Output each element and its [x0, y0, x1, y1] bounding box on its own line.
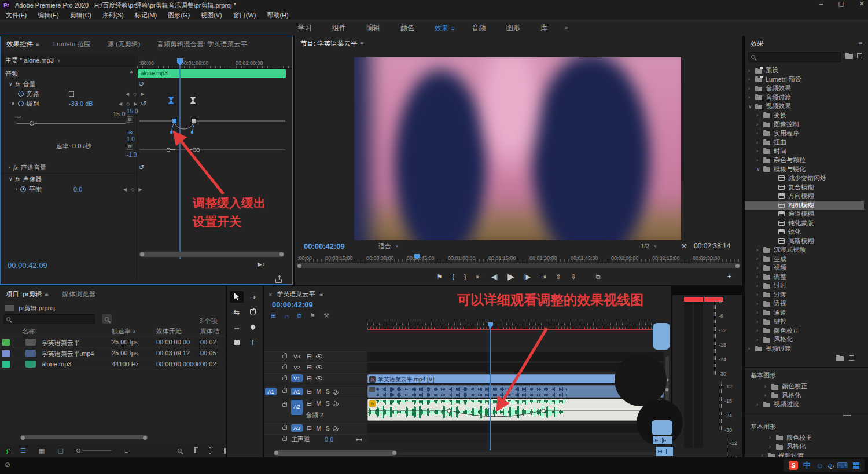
effects-tree-item[interactable]: › 变换 — [745, 111, 864, 120]
track-header-a1[interactable]: A1 A1 ⊟ M S — [264, 385, 366, 397]
effects-tree-item[interactable]: › 音频效果 — [745, 84, 864, 93]
sync-lock-icon[interactable]: ⊟ — [307, 388, 312, 395]
chevron-icon[interactable]: › — [748, 76, 755, 82]
track-badge[interactable]: A1 — [291, 388, 303, 395]
audio-section-header[interactable]: 音频 — [5, 69, 18, 78]
track-lane-v3[interactable] — [367, 351, 664, 361]
asset-name[interactable]: 学英语菜云平.mp4 — [42, 350, 94, 358]
play-audio-icon[interactable]: ▶♪ — [258, 261, 265, 267]
chevron-icon[interactable]: › — [748, 346, 755, 351]
delete-icon[interactable] — [857, 53, 862, 60]
chevron-icon[interactable]: › — [769, 444, 776, 450]
ime-language-icon[interactable]: 中 — [803, 460, 811, 471]
asset-name[interactable]: alone.mp3 — [42, 361, 71, 368]
master-clip-label[interactable]: 主要 * alone.mp3 — [5, 56, 54, 65]
effects-search-input[interactable] — [748, 52, 841, 62]
track-badge[interactable]: A3 — [291, 424, 303, 432]
add-keyframe-icon[interactable]: ◇ — [126, 101, 130, 106]
panner-label[interactable]: 声像器 — [23, 175, 42, 183]
column-header-media-end[interactable]: 媒体结 — [200, 327, 219, 336]
effects-tree-item[interactable]: ∨ 视频效果 — [745, 102, 864, 111]
track-header-v1[interactable]: V1 ⊟ — [264, 373, 366, 383]
chevron-icon[interactable]: › — [756, 328, 763, 333]
lock-icon[interactable] — [282, 427, 287, 430]
master-fader-icon[interactable]: ▸◂ — [356, 436, 362, 442]
chevron-icon[interactable]: › — [756, 283, 763, 289]
list-view-icon[interactable]: ☰ — [20, 447, 26, 454]
sogou-ime-logo-icon[interactable]: S — [789, 461, 798, 470]
level-curve[interactable] — [174, 122, 194, 129]
menu-item[interactable]: 标记(M) — [135, 11, 157, 20]
settings-wrench-icon[interactable]: ⚒ — [681, 242, 687, 250]
chevron-icon[interactable]: › — [756, 301, 763, 307]
close-button[interactable]: ✕ — [859, 0, 865, 8]
menu-item[interactable]: 帮助(H) — [267, 11, 288, 20]
chevron-icon[interactable]: › — [756, 319, 763, 325]
search-bin-icon[interactable] — [102, 314, 112, 324]
panel-menu-icon[interactable]: ≡ — [36, 41, 39, 47]
reset-icon[interactable]: ↺ — [141, 100, 146, 108]
effects-tree-item[interactable]: › 过时 — [745, 281, 864, 291]
chevron-icon[interactable]: › — [764, 392, 771, 398]
effects-tree-item[interactable]: ∨ 模糊与锐化 — [745, 165, 864, 174]
chevron-icon[interactable]: › — [756, 122, 763, 127]
rate-keyframe[interactable] — [167, 148, 170, 152]
toggle-track-output-icon[interactable] — [316, 365, 322, 369]
effects-tree-item[interactable]: › 视频 — [745, 263, 864, 273]
sort-icon[interactable]: ≡ — [124, 447, 128, 454]
step-forward-icon[interactable]: |▶ — [524, 273, 531, 281]
ime-toolbar[interactable]: S 中 ☺ ⌨ — [784, 459, 865, 472]
pen-tool[interactable] — [246, 321, 260, 333]
chevron-icon[interactable]: › — [756, 256, 763, 262]
playback-resolution-dropdown[interactable]: 1/2˅ — [641, 242, 657, 249]
new-item-icon[interactable] — [209, 447, 211, 454]
chevron-icon[interactable]: › — [756, 274, 763, 280]
add-button[interactable]: + — [727, 272, 732, 281]
effects-tree-item[interactable]: 相机模糊 — [745, 201, 864, 210]
workspace-tab[interactable]: 音频 — [472, 23, 489, 33]
project-asset-row[interactable]: 学英语菜云平 25.00 fps 00:00:00:00 00:02: — [0, 337, 226, 348]
chevron-icon[interactable]: › — [769, 435, 776, 440]
chevron-down-icon[interactable]: ∨ — [11, 101, 15, 106]
chevron-icon[interactable]: › — [756, 157, 763, 163]
effect-controls-ruler[interactable]: :00:0000:01:00:0000:02:00:00 — [137, 58, 292, 69]
solo-button[interactable]: S — [325, 388, 329, 395]
new-bin-icon[interactable] — [194, 448, 196, 453]
level-slider-handle[interactable] — [30, 121, 34, 126]
effects-tab[interactable]: 效果 — [751, 39, 764, 48]
lock-icon[interactable] — [282, 366, 287, 369]
play-icon[interactable]: ▶ — [507, 271, 514, 282]
find-icon[interactable] — [178, 449, 182, 453]
sync-lock-icon[interactable]: ⊟ — [307, 352, 312, 360]
chevron-down-icon[interactable]: ∨ — [9, 176, 13, 182]
track-name-label[interactable]: 音频 2 — [306, 411, 323, 420]
effects-tree-item[interactable]: 锐化 — [745, 227, 864, 237]
chevron-down-icon[interactable]: ∨ — [57, 58, 61, 63]
chevron-icon[interactable]: › — [756, 337, 763, 343]
timeline-settings-icon[interactable]: ⚒ — [323, 312, 329, 319]
effects-tree-item[interactable]: › 沉浸式视频 — [745, 245, 864, 255]
lock-icon[interactable] — [282, 438, 287, 441]
delete-icon[interactable] — [224, 448, 226, 454]
track-lane-a2[interactable]: fx — [367, 398, 664, 422]
minimize-button[interactable]: – — [819, 0, 823, 8]
zoom-slider[interactable] — [76, 449, 112, 453]
effects-tree-item[interactable]: › 时间 — [745, 147, 864, 156]
program-ruler[interactable]: :00:0000:00:15:0000:00:30:0000:00:45:000… — [295, 253, 742, 262]
effects-tree-item[interactable]: › 调整 — [745, 273, 864, 282]
program-video-frame[interactable] — [354, 57, 681, 240]
effects-tree-item[interactable]: › 预设 — [745, 66, 864, 75]
menu-item[interactable]: 剪辑(C) — [70, 11, 91, 20]
workspace-overflow-icon[interactable]: » — [564, 24, 568, 31]
ime-emoji-icon[interactable]: ☺ — [816, 461, 823, 470]
panel-tab[interactable]: 媒体浏览器 — [62, 290, 98, 299]
chevron-icon[interactable]: › — [756, 139, 763, 145]
add-marker-icon[interactable]: ⚑ — [310, 312, 315, 319]
timeline-timecode[interactable]: 00:00:42:09 — [272, 300, 313, 309]
nest-sequence-icon[interactable]: ⊞ — [271, 312, 276, 319]
chevron-icon[interactable]: › — [756, 292, 763, 297]
panel-tab[interactable]: Lumetri 范围 — [53, 40, 94, 49]
effects-tree-item[interactable]: › 风格化 — [745, 391, 868, 400]
chevron-icon[interactable]: › — [756, 265, 763, 271]
next-keyframe-icon[interactable]: ▶ — [141, 91, 144, 97]
